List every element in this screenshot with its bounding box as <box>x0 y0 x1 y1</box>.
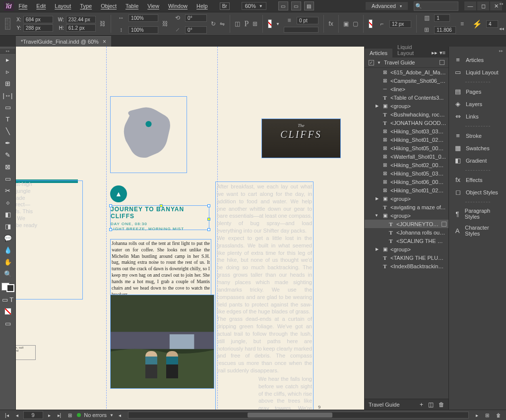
article-list[interactable]: ⊠<615_Adobe_AI_Map...⊠<Campsite_Shot06_0… <box>365 68 448 399</box>
workspace-dropdown[interactable]: Advanced▾ <box>366 2 408 10</box>
rectangle-tool[interactable]: ▭ <box>0 173 15 184</box>
canvas[interactable]: aist-high d jungle made direct— liffs. T… <box>16 47 364 410</box>
pencil-tool[interactable]: ✎ <box>0 149 15 161</box>
fill-stroke[interactable] <box>0 280 15 294</box>
article-item[interactable]: ⊠<Hiking_Shot06_0098... <box>365 178 448 186</box>
gradient-swatch-tool[interactable]: ◧ <box>0 208 15 220</box>
new-article-icon[interactable]: ◫ <box>428 401 434 408</box>
effects-icon[interactable]: fx <box>328 18 333 29</box>
formatting-container-icon[interactable]: ▭ T <box>0 294 15 305</box>
article-item[interactable]: T<avigating a maze of... <box>365 203 448 211</box>
article-item[interactable]: ⊠<Hiking_Shot05_0019... <box>365 144 448 152</box>
wood-photo-frame[interactable]: The CLIFFS <box>261 119 341 158</box>
tab-articles[interactable]: Articles <box>365 49 392 58</box>
wrap-none-icon[interactable]: ▣ <box>343 18 349 29</box>
scale-y-input[interactable]: 100% <box>128 26 158 34</box>
free-transform-tool[interactable]: ⟐ <box>0 196 15 208</box>
menu-type[interactable]: Type <box>76 1 96 11</box>
page-thumb[interactable]: Ban, cullpend <box>16 345 36 360</box>
dock-swatches[interactable]: ▦Swatches <box>449 142 506 154</box>
disclosure-icon[interactable]: ▼ <box>375 213 379 218</box>
toolbox-grip[interactable]: ▸▸ <box>0 49 15 54</box>
panel-menu-icon[interactable]: ▾≡ <box>440 50 445 56</box>
article-item[interactable]: T<JOURNEYTO BA... <box>365 220 448 228</box>
gradient-feather-tool[interactable]: ◨ <box>0 220 15 232</box>
item-options-icon[interactable] <box>442 222 446 227</box>
reference-point[interactable] <box>5 18 10 30</box>
wrap-around-icon[interactable]: ▢ <box>353 18 358 29</box>
dock-stroke[interactable]: ≡Stroke <box>449 129 506 142</box>
open-icon[interactable]: ⊞ <box>66 413 74 418</box>
article-item[interactable]: T<SCALING THE CLIFF... <box>365 237 448 245</box>
dock-gradient[interactable]: ◧Gradient <box>449 154 506 167</box>
menu-help[interactable]: Help <box>192 1 212 11</box>
view-mode-icon[interactable]: ▭ <box>278 1 288 10</box>
article-disclosure-icon[interactable]: ▼ <box>377 60 381 65</box>
articles-header[interactable]: ✓ ▼ Travel Guide <box>365 58 448 68</box>
p-icon[interactable]: P <box>244 18 249 29</box>
article-item[interactable]: T<Table of Contents3... <box>365 93 448 102</box>
select-container-icon[interactable]: ◫ <box>235 18 240 29</box>
sync-icon[interactable]: ⊞ <box>483 413 491 418</box>
article-item[interactable]: ▶▣<group> <box>365 245 448 253</box>
line-tool[interactable]: ╲ <box>0 125 15 137</box>
scale-x-input[interactable]: 100% <box>128 14 158 22</box>
control-collapse-icon[interactable]: ◂◂ <box>499 26 504 31</box>
map-frame[interactable] <box>110 96 187 173</box>
window-maximize[interactable]: ◻ <box>477 1 489 10</box>
rectangle-frame-tool[interactable]: ⊠ <box>0 161 15 173</box>
prev-page-icon[interactable]: ◂ <box>14 413 20 418</box>
window-minimize[interactable]: — <box>464 1 476 10</box>
body-frame-2[interactable]: After breakfast, we each lay out what we… <box>215 181 314 410</box>
tab-close-icon[interactable]: × <box>103 38 106 45</box>
preflight-status[interactable]: No errors <box>84 412 107 418</box>
scroll-right-icon[interactable]: ▸ <box>474 413 480 418</box>
article-item[interactable]: ⊠<Waterfall_Shot01_0... <box>365 152 448 161</box>
pen-tool[interactable]: ✒ <box>0 137 15 149</box>
dock-links[interactable]: ⇔Links <box>449 110 506 122</box>
section-logo[interactable]: ▲ <box>110 185 127 202</box>
dock-collapse-icon[interactable]: ▸▸ <box>449 49 506 54</box>
article-item[interactable]: ⊠<Hiking_Shot02_0001... <box>365 161 448 169</box>
article-options-icon[interactable] <box>440 60 444 65</box>
document-tab[interactable]: *TravelGuide_Final.indd @ 60% × <box>16 36 111 47</box>
article-item[interactable]: T<JONATHAN GOODM... <box>365 119 448 127</box>
h-scrollbar[interactable] <box>128 412 469 419</box>
eyedropper-tool[interactable]: 💧 <box>0 244 15 256</box>
dock-character-styles[interactable]: ACharacter Styles <box>449 222 506 239</box>
article-item[interactable]: ─<line> <box>365 85 448 93</box>
hike-photo-frame[interactable] <box>110 295 214 389</box>
quick-apply-icon[interactable]: ⚡ <box>472 19 482 29</box>
constrain-icon[interactable]: ⛓ <box>100 18 106 29</box>
page-tool[interactable]: ⊞ <box>0 77 15 89</box>
article-item[interactable]: ▼▣<group> <box>365 211 448 220</box>
fill-swatch[interactable] <box>268 19 272 28</box>
selection-tool[interactable]: ▸ <box>0 54 15 65</box>
dock-paragraph-styles[interactable]: ¶Paragraph Styles <box>449 205 506 222</box>
page-input[interactable]: 9 <box>23 411 43 419</box>
add-icon[interactable]: + <box>420 401 423 408</box>
note-tool[interactable]: 💬 <box>0 232 15 244</box>
constrain-scale-icon[interactable]: ⛓ <box>162 18 168 29</box>
dock-object-styles[interactable]: ◻Object Styles <box>449 186 506 198</box>
article-item[interactable]: T<Bushwhacking, rock ... <box>365 110 448 119</box>
disclosure-icon[interactable]: ▶ <box>376 247 379 251</box>
stroke-style-input[interactable] <box>284 27 318 33</box>
corner-input[interactable]: 12 px <box>389 20 411 28</box>
article-item[interactable]: ▶▣<group> <box>365 194 448 203</box>
article-item[interactable]: ⊠<Campsite_Shot06_0... <box>365 76 448 85</box>
shear-input[interactable]: 0° <box>185 26 207 34</box>
type-tool[interactable]: T <box>0 113 15 125</box>
scissors-tool[interactable]: ✂ <box>0 184 15 196</box>
zoom-dropdown[interactable]: 60%▼ <box>242 2 266 10</box>
menu-edit[interactable]: Edit <box>32 1 50 11</box>
section-title-frame[interactable]: JOURNEY TO BANYAN CLIFFS DAY ONE, 08:30 … <box>110 205 209 230</box>
select-content-icon[interactable]: ⊞ <box>253 18 257 29</box>
article-item[interactable]: ⊠<Hiking_Shot05_0332... <box>365 169 448 178</box>
article-checkbox[interactable]: ✓ <box>369 60 374 65</box>
content-collector-tool[interactable]: ▭ <box>0 101 15 113</box>
dock-layers[interactable]: ◈Layers <box>449 98 506 110</box>
search-input[interactable]: 🔍 <box>414 1 458 11</box>
tab-liquid-layout[interactable]: Liquid Layout <box>392 43 429 58</box>
w-input[interactable]: 232.44 px <box>66 16 96 23</box>
